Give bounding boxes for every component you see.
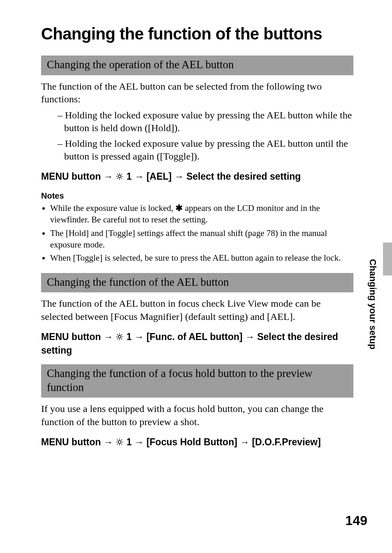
menu-path-focus-hold: MENU button → 1 → [Focus Hold Button] → …: [41, 436, 353, 449]
side-tab-label: Changing your setup: [367, 259, 378, 349]
gear-icon: [115, 437, 124, 449]
page-title: Changing the function of the buttons: [41, 25, 353, 43]
path-text: MENU button: [41, 331, 104, 342]
path-text: [D.O.F.Preview]: [252, 437, 321, 447]
note-text: While the exposure value is locked,: [50, 203, 175, 213]
arrow-icon: →: [245, 331, 255, 342]
arrow-icon: →: [240, 437, 249, 447]
list-item: While the exposure value is locked, ✱ ap…: [50, 202, 353, 226]
path-text: MENU button: [41, 437, 104, 447]
path-text: MENU button: [41, 171, 104, 182]
sec1-intro: The function of the AEL button can be se…: [41, 80, 353, 106]
path-text: 1: [124, 437, 134, 447]
list-item: The [Hold] and [Toggle] settings affect …: [50, 227, 353, 251]
menu-path-ael: MENU button → 1 → [AEL] → Select the des…: [41, 170, 353, 184]
path-text: 1: [124, 331, 134, 342]
path-text: 1: [124, 171, 134, 182]
notes-heading: Notes: [41, 191, 353, 201]
list-item: Holding the locked exposure value by pre…: [58, 109, 353, 134]
path-text: [Func. of AEL button]: [146, 331, 242, 342]
arrow-icon: →: [104, 331, 113, 342]
path-text: [Focus Hold Button]: [146, 437, 237, 447]
list-item: When [Toggle] is selected, be sure to pr…: [50, 252, 353, 264]
page-number: 149: [346, 513, 367, 528]
arrow-icon: →: [134, 331, 144, 342]
side-tab: Changing your setup: [353, 243, 392, 473]
menu-path-ael-func: MENU button → 1 → [Func. of AEL button] …: [41, 331, 353, 357]
side-tab-marker: [383, 243, 392, 275]
path-text: [AEL]: [146, 171, 171, 182]
arrow-icon: →: [134, 171, 144, 182]
sec3-intro: If you use a lens equipped with a focus …: [41, 403, 353, 428]
ael-lock-icon: ✱: [175, 203, 183, 213]
section-heading-ael-operation: Changing the operation of the AEL button: [41, 56, 353, 75]
list-item: Holding the locked exposure value by pre…: [58, 137, 353, 163]
arrow-icon: →: [134, 437, 144, 447]
sec2-intro: The function of the AEL button in focus …: [41, 297, 353, 323]
notes-list: While the exposure value is locked, ✱ ap…: [41, 202, 353, 264]
gear-icon: [115, 171, 124, 184]
arrow-icon: →: [104, 171, 113, 182]
section-heading-ael-function: Changing the function of the AEL button: [41, 273, 353, 293]
content-column: Changing the function of the buttons Cha…: [41, 25, 353, 449]
arrow-icon: →: [104, 437, 113, 447]
manual-page: Changing the function of the buttons Cha…: [0, 0, 392, 553]
path-text: Select the desired setting: [186, 171, 301, 182]
section-heading-focus-hold: Changing the function of a focus hold bu…: [41, 364, 353, 398]
sec1-option-list: Holding the locked exposure value by pre…: [41, 109, 353, 163]
gear-icon: [115, 331, 124, 344]
arrow-icon: →: [174, 171, 184, 182]
